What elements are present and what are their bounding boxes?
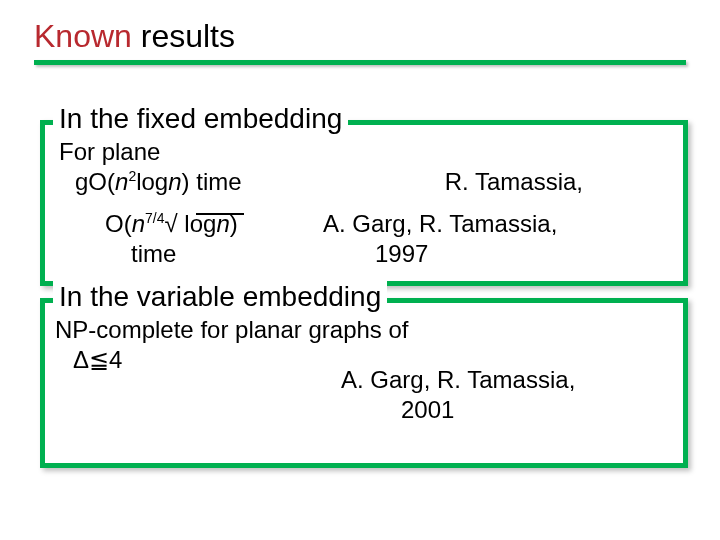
section-variable-embedding: In the variable embedding NP-complete fo… xyxy=(40,298,688,468)
title-word-results: results xyxy=(141,18,235,54)
fixed-line3-sqrt: √ xyxy=(165,210,178,237)
fixed-line4: time xyxy=(131,241,176,267)
fixed-line2-o: O( xyxy=(88,168,115,195)
fixed-line2-pre: g xyxy=(75,168,88,195)
section-heading-fixed: In the fixed embedding xyxy=(53,103,348,135)
fixed-line2-n2: n xyxy=(168,168,181,195)
fixed-line2-n: n xyxy=(115,168,128,195)
variable-refa: A. Garg, R. Tamassia, xyxy=(341,367,575,393)
fixed-line1: For plane xyxy=(59,139,160,165)
fixed-line2: gO(n2logn) time xyxy=(75,169,242,195)
fixed-line3-n: n xyxy=(132,210,145,237)
variable-line2: Δ≦4 xyxy=(73,347,122,373)
sqrt-overline xyxy=(196,213,244,215)
fixed-ref1: R. Tamassia, xyxy=(445,169,583,195)
fixed-ref2a: A. Garg, R. Tamassia, xyxy=(323,211,557,237)
section-fixed-embedding: In the fixed embedding For plane gO(n2lo… xyxy=(40,120,688,286)
fixed-line2-end: ) time xyxy=(182,168,242,195)
fixed-line3-sup: 7/4 xyxy=(145,210,164,226)
section-heading-variable: In the variable embedding xyxy=(53,281,387,313)
variable-line1: NP-complete for planar graphs of xyxy=(55,317,409,343)
variable-refb: 2001 xyxy=(401,397,454,423)
title-word-known: Known xyxy=(34,18,132,54)
slide-title: Known results xyxy=(34,18,235,55)
fixed-line2-log: log xyxy=(136,168,168,195)
fixed-line3-o: O( xyxy=(105,210,132,237)
title-underline xyxy=(34,60,686,65)
fixed-ref2b: 1997 xyxy=(375,241,428,267)
